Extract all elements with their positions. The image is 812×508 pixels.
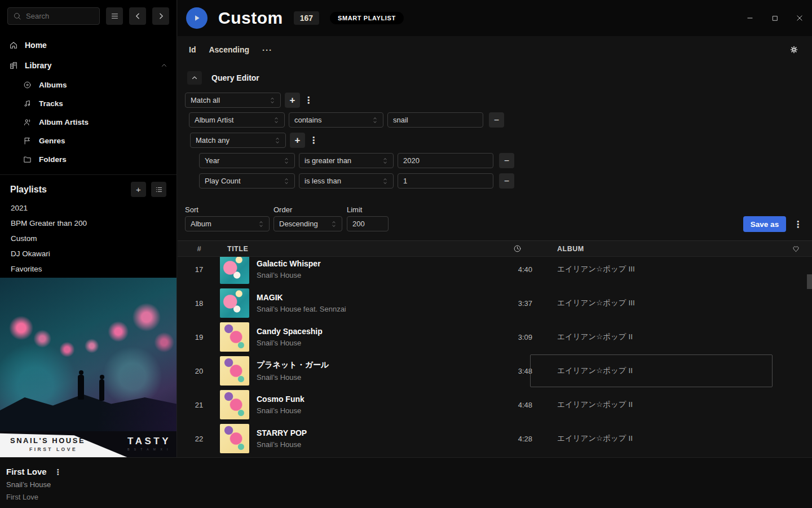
track-artist: Snail’s House — [257, 339, 497, 347]
collapse-query-editor-button[interactable] — [187, 71, 202, 85]
track-album[interactable]: エイリアン☆ポップ II — [537, 388, 779, 422]
window-minimize-button[interactable] — [745, 14, 754, 23]
add-playlist-button[interactable]: + — [131, 182, 146, 197]
scrollbar-thumb[interactable] — [807, 274, 812, 289]
limit-input[interactable]: 200 — [347, 216, 389, 231]
track-table-header: # TITLE ALBUM — [178, 240, 812, 257]
track-album[interactable]: エイリアン☆ポップ II — [537, 320, 779, 354]
now-playing-options-button[interactable]: ⋮ — [54, 467, 63, 476]
rule-value-input[interactable]: snail — [387, 112, 483, 128]
minus-icon: − — [494, 115, 499, 125]
select-caret-icon — [258, 220, 264, 228]
rule-field-select[interactable]: Album Artist — [189, 112, 285, 128]
rule-value-input[interactable]: 1 — [398, 173, 493, 189]
save-as-button[interactable]: Save as — [743, 216, 786, 232]
select-caret-icon — [372, 116, 378, 124]
now-playing-title: First Love — [6, 467, 47, 476]
match-type-select[interactable]: Match all — [185, 93, 281, 108]
sort-field-button[interactable]: Id — [189, 45, 196, 54]
sort-direction-button[interactable]: Ascending — [209, 45, 249, 54]
chevron-up-icon[interactable] — [161, 62, 167, 69]
sidebar-item-label: Albums — [39, 81, 67, 89]
select-value: is less than — [304, 177, 341, 185]
column-header-number[interactable]: # — [184, 244, 214, 253]
search-box[interactable] — [7, 7, 100, 25]
select-value: Match any — [196, 136, 230, 144]
play-playlist-button[interactable] — [186, 7, 208, 29]
sidebar-item-tracks[interactable]: Tracks — [23, 94, 176, 113]
playlist-item-label: Favorites — [11, 265, 42, 273]
player-bar: First Love ⋮ Snail’s House First Love 0:… — [0, 457, 812, 508]
rule-operator-select[interactable]: is less than — [299, 173, 394, 189]
remove-rule-button[interactable]: − — [489, 112, 504, 128]
rule-value-input[interactable]: 2020 — [398, 153, 493, 168]
rule-field-select[interactable]: Play Count — [199, 173, 295, 189]
track-album[interactable]: エイリアン☆ポップ III — [537, 257, 779, 286]
track-album-art — [220, 288, 249, 318]
minus-icon: − — [504, 156, 509, 166]
track-row[interactable]: 17 Galactic Whisper Snail’s House 4:40 エ… — [178, 257, 812, 286]
sidebar-item-album-artists[interactable]: Album Artists — [23, 113, 176, 132]
now-playing-album-art[interactable]: SNAIL'S HOUSE FIRST LOVE TASTY B S T A M… — [0, 278, 176, 457]
nav-forward-button[interactable] — [152, 7, 169, 25]
column-header-duration[interactable] — [497, 244, 537, 253]
add-rule-button[interactable]: + — [285, 93, 300, 108]
column-header-title[interactable]: TITLE — [227, 245, 497, 253]
match-type-select[interactable]: Match any — [190, 133, 286, 148]
playlist-item[interactable]: Favorites — [0, 261, 176, 277]
track-row[interactable]: 19 Candy Spaceship Snail’s House 3:09 エイ… — [178, 320, 812, 354]
sort-select[interactable]: Album — [185, 216, 270, 231]
list-icon — [155, 186, 163, 194]
now-playing-artist[interactable]: Snail’s House — [6, 480, 63, 489]
playlist-item[interactable]: DJ Okawari — [0, 246, 176, 261]
settings-gear-button[interactable] — [789, 45, 798, 54]
rule-operator-select[interactable]: is greater than — [299, 153, 394, 168]
save-options-button[interactable]: ⋮ — [791, 216, 805, 232]
group-options-button[interactable]: ⋮ — [309, 135, 318, 146]
query-rule-row: Year is greater than 2020 − — [199, 153, 514, 168]
track-row[interactable]: 22 STARRY POP Snail’s House 4:28 エイリアン☆ポ… — [178, 422, 812, 456]
rule-operator-select[interactable]: contains — [289, 112, 383, 128]
sidebar-item-home[interactable]: Home — [0, 35, 176, 55]
add-rule-button[interactable]: + — [290, 133, 305, 148]
nav-back-button[interactable] — [129, 7, 146, 25]
track-artist: Snail’s House feat. Sennzai — [257, 305, 497, 313]
track-row[interactable]: 18 MAGIK Snail’s House feat. Sennzai 3:3… — [178, 286, 812, 320]
playlist-list-button[interactable] — [151, 182, 166, 197]
remove-rule-button[interactable]: − — [499, 153, 514, 168]
window-close-button[interactable] — [795, 14, 804, 23]
chevron-right-icon — [157, 12, 165, 20]
playlist-item[interactable]: Custom — [0, 231, 176, 246]
query-group-row: Match any + ⋮ — [190, 133, 318, 148]
group-options-button[interactable]: ⋮ — [304, 95, 313, 106]
select-value: Album — [191, 220, 211, 228]
column-header-favorite[interactable] — [779, 244, 812, 253]
select-value: Album Artist — [195, 116, 233, 124]
track-row[interactable]: 20 プラネット・ガール Snail’s House 3:48 エイリアン☆ポッ… — [178, 354, 812, 388]
sidebar-item-albums[interactable]: Albums — [23, 76, 176, 94]
track-row[interactable]: 21 Cosmo Funk Snail’s House 4:48 エイリアン☆ポ… — [178, 388, 812, 422]
remove-rule-button[interactable]: − — [499, 173, 514, 189]
sidebar-item-label: Tracks — [39, 99, 63, 108]
playlist-item[interactable]: 2021 — [0, 200, 176, 216]
query-editor-title: Query Editor — [211, 73, 259, 82]
sidebar-item-genres[interactable]: Genres — [23, 132, 176, 150]
more-options-button[interactable]: ··· — [262, 45, 272, 55]
order-select[interactable]: Descending — [273, 216, 342, 231]
playlist-item[interactable]: BPM Greater than 200 — [0, 216, 176, 231]
menu-button[interactable] — [106, 7, 123, 25]
window-maximize-button[interactable] — [770, 14, 779, 23]
track-album[interactable]: エイリアン☆ポップ III — [537, 286, 779, 320]
search-input[interactable] — [26, 12, 88, 20]
window-controls — [745, 14, 812, 23]
track-title: プラネット・ガール — [257, 360, 497, 370]
sidebar-item-folders[interactable]: Folders — [23, 150, 176, 169]
track-title-block: Candy Spaceship Snail’s House — [257, 327, 497, 347]
column-header-album[interactable]: ALBUM — [537, 241, 779, 256]
query-editor-header: Query Editor — [187, 71, 259, 85]
track-album[interactable]: エイリアン☆ポップ II — [537, 422, 779, 456]
sidebar-item-library[interactable]: Library — [0, 55, 176, 76]
now-playing-album[interactable]: First Love — [6, 493, 63, 501]
track-album[interactable]: エイリアン☆ポップ II — [537, 354, 779, 388]
rule-field-select[interactable]: Year — [199, 153, 295, 168]
